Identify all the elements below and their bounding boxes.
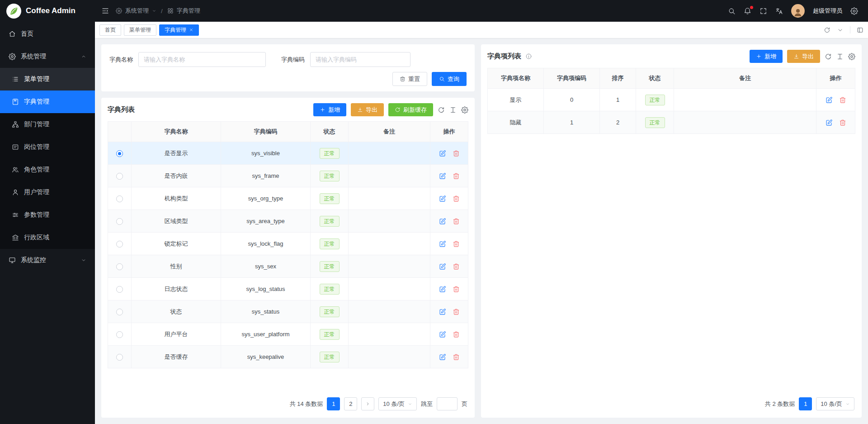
dict-table-row[interactable]: 机构类型sys_org_type正常 <box>108 187 468 210</box>
delete-icon[interactable] <box>453 195 460 202</box>
export-dict-button[interactable]: 导出 <box>351 103 384 116</box>
item-table-row[interactable]: 隐藏12正常 <box>488 111 855 134</box>
dict-code-input[interactable] <box>310 52 410 67</box>
delete-icon[interactable] <box>453 150 460 157</box>
settings-gear-icon[interactable] <box>850 7 858 15</box>
edit-icon[interactable] <box>439 195 446 202</box>
page-size-select[interactable]: 10 条/页 <box>378 397 417 410</box>
delete-icon[interactable] <box>453 263 460 270</box>
fullscreen-expand-icon[interactable] <box>760 7 767 15</box>
app-logo[interactable]: Coffee Admin <box>0 0 95 22</box>
dict-table-row[interactable]: 是否内嵌sys_frame正常 <box>108 165 468 187</box>
dict-table-row[interactable]: 日志状态sys_log_status正常 <box>108 278 468 300</box>
row-select-radio[interactable] <box>116 309 123 315</box>
dict-name-cell: 是否显示 <box>132 142 221 165</box>
dict-name-input[interactable] <box>138 52 266 67</box>
page-2-button[interactable]: 2 <box>344 397 357 410</box>
sidebar-item-home[interactable]: 首页 <box>0 23 95 45</box>
edit-icon[interactable] <box>439 263 446 270</box>
layout-icon[interactable] <box>857 27 863 33</box>
user-avatar[interactable] <box>791 4 805 18</box>
refresh-cache-button[interactable]: 刷新缓存 <box>388 103 433 116</box>
search-icon[interactable] <box>728 7 736 15</box>
sidebar-item-dept-mgmt[interactable]: 部门管理 <box>0 113 95 136</box>
delete-icon[interactable] <box>453 240 460 248</box>
refresh-icon[interactable] <box>824 27 830 33</box>
sidebar-item-region-mgmt[interactable]: 行政区域 <box>0 226 95 249</box>
tab-home[interactable]: 首页 <box>99 24 121 36</box>
reset-button[interactable]: 重置 <box>392 72 427 86</box>
info-icon[interactable] <box>525 53 532 60</box>
row-select-radio[interactable] <box>116 218 123 225</box>
column-height-icon[interactable] <box>449 106 457 114</box>
current-username[interactable]: 超级管理员 <box>813 7 842 15</box>
edit-icon[interactable] <box>439 286 446 293</box>
breadcrumb-dict[interactable]: 字典管理 <box>177 7 200 15</box>
edit-icon[interactable] <box>826 119 833 126</box>
add-dict-button[interactable]: 新增 <box>313 103 346 116</box>
sidebar-item-user-mgmt[interactable]: 用户管理 <box>0 181 95 204</box>
notification-bell[interactable] <box>744 7 751 15</box>
edit-icon[interactable] <box>439 150 446 157</box>
menu-fold-icon[interactable] <box>101 7 109 15</box>
sidebar-item-role-mgmt[interactable]: 角色管理 <box>0 158 95 181</box>
sidebar-item-dict-mgmt[interactable]: 字典管理 <box>0 91 95 113</box>
dict-table-row[interactable]: 性别sys_sex正常 <box>108 255 468 278</box>
dict-table-row[interactable]: 区域类型sys_area_type正常 <box>108 210 468 233</box>
refresh-table-icon[interactable] <box>825 53 832 60</box>
tab-dict-mgmt[interactable]: 字典管理 <box>159 24 199 36</box>
column-height-icon[interactable] <box>836 53 844 60</box>
sidebar-item-post-mgmt[interactable]: 岗位管理 <box>0 136 95 158</box>
sidebar-item-system-mgmt[interactable]: 系统管理 <box>0 45 95 68</box>
page-1-button[interactable]: 1 <box>327 397 340 410</box>
item-table-row[interactable]: 显示01正常 <box>488 89 855 111</box>
delete-icon[interactable] <box>453 172 460 180</box>
edit-icon[interactable] <box>439 240 446 248</box>
dict-table-row[interactable]: 是否缓存sys_keepalive正常 <box>108 346 468 368</box>
jump-page-input[interactable] <box>437 397 458 410</box>
delete-icon[interactable] <box>453 286 460 293</box>
row-select-radio[interactable] <box>116 331 123 338</box>
delete-icon[interactable] <box>453 308 460 315</box>
row-select-radio[interactable] <box>116 195 123 202</box>
translate-icon[interactable] <box>775 7 783 15</box>
delete-icon[interactable] <box>839 119 846 126</box>
edit-icon[interactable] <box>439 353 446 361</box>
delete-icon[interactable] <box>453 218 460 225</box>
edit-icon[interactable] <box>439 331 446 338</box>
edit-icon[interactable] <box>826 96 833 104</box>
row-select-radio[interactable] <box>116 354 123 361</box>
delete-icon[interactable] <box>453 353 460 361</box>
refresh-table-icon[interactable] <box>438 106 445 114</box>
dict-table-row[interactable]: 用户平台sys_user_platform正常 <box>108 323 468 346</box>
dict-table-row[interactable]: 锁定标记sys_lock_flag正常 <box>108 233 468 255</box>
table-settings-gear-icon[interactable] <box>461 106 468 114</box>
dict-code-field: 字典编码 <box>281 52 410 67</box>
sidebar-item-menu-mgmt[interactable]: 菜单管理 <box>0 68 95 91</box>
row-select-radio[interactable] <box>116 150 123 157</box>
tab-menu-mgmt[interactable]: 菜单管理 <box>124 24 156 36</box>
row-select-radio[interactable] <box>116 173 123 180</box>
dict-table-row[interactable]: 状态sys_status正常 <box>108 300 468 323</box>
edit-icon[interactable] <box>439 172 446 180</box>
row-select-radio[interactable] <box>116 263 123 270</box>
add-item-button[interactable]: 新增 <box>750 50 783 63</box>
delete-icon[interactable] <box>453 331 460 338</box>
close-icon[interactable] <box>189 28 193 32</box>
dict-table-row[interactable]: 是否显示sys_visible正常 <box>108 142 468 165</box>
chevron-down-icon[interactable] <box>837 27 844 33</box>
edit-icon[interactable] <box>439 308 446 315</box>
page-size-select[interactable]: 10 条/页 <box>816 397 854 410</box>
query-button[interactable]: 查询 <box>432 72 467 86</box>
sidebar-item-monitor[interactable]: 系统监控 <box>0 249 95 272</box>
edit-icon[interactable] <box>439 218 446 225</box>
next-page-button[interactable] <box>361 397 374 410</box>
row-select-radio[interactable] <box>116 286 123 293</box>
row-select-radio[interactable] <box>116 241 123 248</box>
table-settings-gear-icon[interactable] <box>848 53 855 60</box>
page-1-button[interactable]: 1 <box>799 397 812 410</box>
delete-icon[interactable] <box>839 96 846 104</box>
sidebar-item-param-mgmt[interactable]: 参数管理 <box>0 204 95 226</box>
breadcrumb-system[interactable]: 系统管理 <box>125 7 149 15</box>
export-item-button[interactable]: 导出 <box>787 50 820 63</box>
